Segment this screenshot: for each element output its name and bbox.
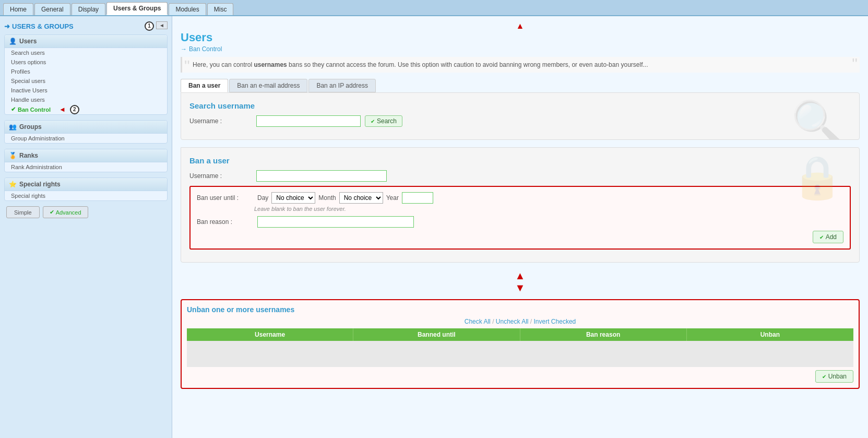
col-unban: Unban xyxy=(687,328,853,341)
tab-ban-ip[interactable]: Ban an IP address xyxy=(308,79,376,92)
check-links: Check All / Uncheck All / Invert Checked xyxy=(187,318,853,325)
open-quote-icon: " xyxy=(184,58,190,74)
ban-until-label: Ban user until : xyxy=(197,194,254,202)
day-select[interactable]: No choice xyxy=(271,192,315,204)
tab-users-groups[interactable]: Users & Groups xyxy=(106,2,168,15)
unban-title: Unban one or more usernames xyxy=(187,305,853,314)
check-all-link[interactable]: Check All xyxy=(465,318,491,325)
annotation-2: 2 xyxy=(70,105,79,114)
sidebar-item-group-admin[interactable]: Group Administration xyxy=(5,134,167,143)
close-quote-icon: " xyxy=(852,56,858,72)
tab-bar: Ban a user Ban an e-mail address Ban an … xyxy=(181,79,860,92)
arrow-icon: ➜ xyxy=(4,22,10,30)
tab-ban-email[interactable]: Ban an e-mail address xyxy=(229,79,307,92)
sidebar-users-section: 👤 Users Search users Users options Profi… xyxy=(4,34,168,115)
simple-button[interactable]: Simple xyxy=(6,206,40,218)
sidebar-item-special-rights[interactable]: Special rights xyxy=(5,191,167,200)
add-clearfix: Add xyxy=(197,228,843,243)
red-arrow-up-top: ▲ xyxy=(516,21,525,31)
search-username-label: Username : xyxy=(189,117,252,125)
unban-table-header: Username Banned until Ban reason Unban xyxy=(187,328,853,341)
sidebar-groups-title: 👥 Groups xyxy=(5,121,167,134)
advanced-button[interactable]: Advanced xyxy=(43,206,88,218)
ban-reason-input[interactable] xyxy=(257,216,414,228)
unban-button[interactable]: Unban xyxy=(815,370,853,383)
sidebar-item-rank-admin[interactable]: Rank Administration xyxy=(5,162,167,172)
arrow-up-icon: ▲ xyxy=(515,270,526,282)
quote-block: " Here, you can control usernames bans s… xyxy=(181,57,860,73)
layout: ➜ USERS & GROUPS 1 ◄ 👤 Users Search user… xyxy=(0,16,868,438)
groups-icon: 👥 xyxy=(9,123,17,131)
ban-reason-label: Ban reason : xyxy=(197,218,254,226)
sidebar-header-label: USERS & GROUPS xyxy=(12,22,74,30)
tab-home[interactable]: Home xyxy=(3,3,33,15)
ranks-icon: 🏅 xyxy=(9,152,17,159)
sidebar-ranks-section: 🏅 Ranks Rank Administration xyxy=(4,149,168,172)
search-panel: 🔍 Search username Username : Search xyxy=(181,92,860,140)
sidebar-item-ban-control[interactable]: Ban Control xyxy=(5,104,57,114)
ban-until-hint: Leave blank to ban the user forever. xyxy=(254,206,843,212)
ban-username-input[interactable] xyxy=(256,170,387,182)
sidebar-item-special-users[interactable]: Special users xyxy=(5,76,167,86)
tab-misc[interactable]: Misc xyxy=(207,3,234,15)
year-input[interactable] xyxy=(402,192,433,204)
page-title: Users xyxy=(181,31,860,44)
unban-panel: Unban one or more usernames Check All / … xyxy=(181,299,860,389)
month-select[interactable]: No choice xyxy=(339,192,383,204)
arrow-down-icon: ▼ xyxy=(515,282,526,294)
day-label: Day xyxy=(257,194,268,202)
separator-1: / xyxy=(492,318,496,325)
quote-text: Here, you can control usernames bans so … xyxy=(193,61,648,68)
sidebar-item-handle-users[interactable]: Handle users xyxy=(5,95,167,104)
sidebar-users-title: 👤 Users xyxy=(5,35,167,48)
ban-until-row: Ban user until : Day No choice Month No … xyxy=(197,192,843,204)
sidebar-header: ➜ USERS & GROUPS xyxy=(4,22,74,30)
sidebar-buttons: Simple Advanced xyxy=(6,206,165,218)
red-double-arrow: ▲ ▼ xyxy=(181,270,860,294)
sidebar: ➜ USERS & GROUPS 1 ◄ 👤 Users Search user… xyxy=(0,16,172,438)
search-button[interactable]: Search xyxy=(365,115,402,127)
sidebar-item-inactive-users[interactable]: Inactive Users xyxy=(5,86,167,95)
month-label: Month xyxy=(318,194,336,202)
search-panel-title: Search username xyxy=(189,101,851,110)
ban-user-panel: 🔒 Ban a user Username : Ban user until :… xyxy=(181,147,860,263)
users-icon: 👤 xyxy=(9,38,17,45)
sidebar-collapse-btn[interactable]: ◄ xyxy=(156,21,168,29)
tab-general[interactable]: General xyxy=(34,3,70,15)
add-button[interactable]: Add xyxy=(813,231,843,243)
special-rights-icon: ⭐ xyxy=(9,181,17,188)
uncheck-all-link[interactable]: Uncheck All xyxy=(496,318,529,325)
tab-ban-user[interactable]: Ban a user xyxy=(181,79,228,92)
unban-clearfix: Unban xyxy=(187,367,853,383)
red-arrow-left: ◄ xyxy=(59,105,66,113)
tab-display[interactable]: Display xyxy=(72,3,105,15)
ban-reason-row: Ban reason : xyxy=(197,216,843,228)
search-username-input[interactable] xyxy=(256,115,361,127)
annotation-1: 1 xyxy=(145,21,154,31)
col-banned-until: Banned until xyxy=(353,328,520,341)
sidebar-groups-section: 👥 Groups Group Administration xyxy=(4,120,168,144)
ban-username-row: Username : xyxy=(189,170,851,182)
separator-2: / xyxy=(530,318,534,325)
ban-user-title: Ban a user xyxy=(189,156,851,165)
ban-until-box: Ban user until : Day No choice Month No … xyxy=(189,186,851,250)
search-username-row: Username : Search xyxy=(189,115,851,127)
sidebar-item-profiles[interactable]: Profiles xyxy=(5,67,167,76)
sidebar-ranks-title: 🏅 Ranks xyxy=(5,149,167,162)
ban-username-label: Username : xyxy=(189,172,252,180)
top-nav: Home General Display Users & Groups Modu… xyxy=(0,0,868,16)
sidebar-item-users-options[interactable]: Users options xyxy=(5,57,167,67)
tab-modules[interactable]: Modules xyxy=(169,3,206,15)
sidebar-special-rights-title: ⭐ Special rights xyxy=(5,178,167,191)
sidebar-special-rights-section: ⭐ Special rights Special rights xyxy=(4,177,168,201)
main-content: ▲ Users Ban Control " Here, you can cont… xyxy=(172,16,868,438)
col-username: Username xyxy=(187,328,353,341)
invert-checked-link[interactable]: Invert Checked xyxy=(534,318,576,325)
unban-table-body xyxy=(187,341,853,367)
page-subtitle: Ban Control xyxy=(181,45,860,53)
year-label: Year xyxy=(386,194,399,202)
col-ban-reason: Ban reason xyxy=(520,328,687,341)
sidebar-item-search-users[interactable]: Search users xyxy=(5,48,167,57)
